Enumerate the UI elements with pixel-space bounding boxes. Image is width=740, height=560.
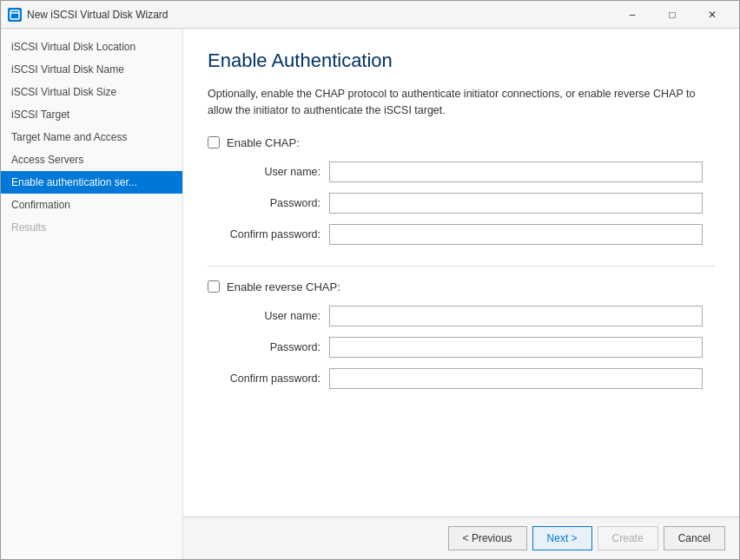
chap-username-input[interactable]	[329, 161, 703, 182]
previous-button[interactable]: < Previous	[448, 526, 527, 550]
enable-reverse-chap-label[interactable]: Enable reverse CHAP:	[208, 280, 715, 293]
chap-username-label: User name:	[225, 166, 329, 178]
footer: < Previous Next > Create Cancel	[183, 517, 739, 559]
next-button[interactable]: Next >	[532, 526, 592, 550]
main-panel: Enable Authentication Optionally, enable…	[183, 29, 739, 559]
description-text: Optionally, enable the CHAP protocol to …	[208, 86, 715, 119]
rchap-username-group: User name:	[208, 306, 715, 326]
svg-rect-0	[10, 10, 19, 19]
chap-password-label: Password:	[225, 197, 329, 209]
rchap-password-label: Password:	[225, 341, 329, 353]
main-content: Enable Authentication Optionally, enable…	[183, 29, 739, 517]
rchap-username-input[interactable]	[329, 306, 703, 326]
app-icon	[8, 8, 22, 22]
page-title: Enable Authentication	[208, 49, 715, 72]
chap-password-input[interactable]	[329, 193, 703, 214]
chap-password-group: Password:	[208, 193, 715, 214]
chap-username-group: User name:	[208, 161, 715, 182]
content-area: iSCSI Virtual Disk LocationiSCSI Virtual…	[1, 29, 739, 559]
window-title: New iSCSI Virtual Disk Wizard	[27, 9, 612, 21]
sidebar-item-target-name-access[interactable]: Target Name and Access	[1, 126, 182, 148]
rchap-confirm-input[interactable]	[329, 368, 703, 389]
sidebar-item-iscsi-name[interactable]: iSCSI Virtual Disk Name	[1, 58, 182, 81]
close-button[interactable]: ✕	[692, 1, 732, 29]
sidebar-item-iscsi-size[interactable]: iSCSI Virtual Disk Size	[1, 81, 182, 103]
wizard-window: New iSCSI Virtual Disk Wizard – □ ✕ iSCS…	[0, 0, 740, 560]
chap-section: Enable CHAP: User name: Password: Confir…	[208, 136, 715, 245]
chap-confirm-group: Confirm password:	[208, 224, 715, 245]
reverse-chap-section: Enable reverse CHAP: User name: Password…	[208, 280, 715, 389]
sidebar-item-confirmation[interactable]: Confirmation	[1, 194, 182, 216]
rchap-confirm-label: Confirm password:	[225, 372, 329, 385]
enable-chap-label[interactable]: Enable CHAP:	[208, 136, 715, 149]
create-button[interactable]: Create	[598, 526, 658, 550]
window-controls: – □ ✕	[612, 1, 732, 29]
enable-reverse-chap-checkbox[interactable]	[208, 280, 220, 293]
rchap-username-label: User name:	[225, 310, 329, 322]
sidebar-item-enable-auth[interactable]: Enable authentication ser...	[1, 171, 182, 194]
rchap-password-group: Password:	[208, 337, 715, 358]
enable-reverse-chap-text: Enable reverse CHAP:	[227, 280, 340, 293]
enable-chap-text: Enable CHAP:	[227, 136, 300, 149]
sidebar-item-access-servers[interactable]: Access Servers	[1, 148, 182, 171]
sidebar-item-iscsi-location[interactable]: iSCSI Virtual Disk Location	[1, 36, 182, 58]
chap-confirm-input[interactable]	[329, 224, 703, 245]
sidebar: iSCSI Virtual Disk LocationiSCSI Virtual…	[1, 29, 183, 559]
title-bar: New iSCSI Virtual Disk Wizard – □ ✕	[1, 1, 739, 29]
sidebar-item-iscsi-target[interactable]: iSCSI Target	[1, 103, 182, 126]
section-divider	[208, 266, 715, 267]
chap-confirm-label: Confirm password:	[225, 228, 329, 240]
minimize-button[interactable]: –	[612, 1, 652, 29]
enable-chap-checkbox[interactable]	[208, 136, 220, 148]
rchap-confirm-group: Confirm password:	[208, 368, 715, 389]
cancel-button[interactable]: Cancel	[664, 526, 725, 550]
rchap-password-input[interactable]	[329, 337, 703, 358]
maximize-button[interactable]: □	[652, 1, 692, 29]
sidebar-item-results[interactable]: Results	[1, 216, 182, 239]
